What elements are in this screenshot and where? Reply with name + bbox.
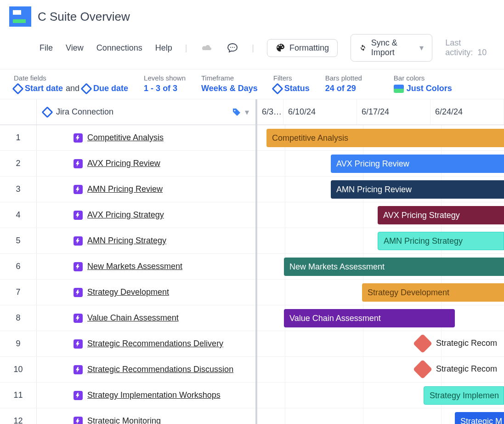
column-header[interactable]: Jira Connection ▾ (37, 107, 255, 117)
menu-view[interactable]: View (66, 43, 84, 53)
row-number: 4 (0, 202, 37, 228)
gantt-bar[interactable]: AVX Pricing Strategy (378, 206, 504, 224)
gantt-bar[interactable]: Strategy Development (362, 283, 504, 302)
table-row: 2AVX Pricing Review (0, 151, 255, 177)
sync-icon (359, 43, 367, 52)
jira-epic-icon (74, 339, 83, 349)
gantt-bar[interactable]: AVX Pricing Review (331, 155, 504, 173)
gantt-row: Competitive Analysis (257, 125, 504, 151)
row-number: 12 (0, 408, 37, 424)
row-number: 7 (0, 280, 37, 305)
gantt-row: Strategy Implemen (257, 383, 504, 408)
task-cell[interactable]: AVX Pricing Strategy (37, 210, 255, 220)
color-swatch-icon (394, 85, 404, 93)
diamond-icon (41, 106, 53, 118)
task-cell[interactable]: AVX Pricing Review (37, 159, 255, 168)
task-name[interactable]: New Markets Assessment (87, 262, 182, 271)
task-cell[interactable]: Strategy Implementation Workshops (37, 390, 255, 400)
task-cell[interactable]: Strategic Recommendations Delivery (37, 339, 255, 349)
task-name[interactable]: Competitive Analysis (87, 133, 164, 143)
row-number: 6 (0, 254, 37, 279)
svg-point-0 (230, 47, 231, 48)
jira-epic-icon (74, 391, 83, 400)
task-cell[interactable]: Competitive Analysis (37, 133, 255, 143)
task-cell[interactable]: New Markets Assessment (37, 262, 255, 271)
jira-epic-icon (74, 417, 83, 424)
tag-icon[interactable] (232, 108, 241, 117)
task-cell[interactable]: Strategy Development (37, 287, 255, 297)
gantt-row: New Markets Assessment (257, 254, 504, 280)
page-title: C Suite Overview (38, 10, 130, 24)
task-name[interactable]: Value Chain Assessment (87, 313, 179, 323)
divider: | (185, 43, 187, 53)
task-name[interactable]: Strategic Recommendations Delivery (87, 339, 223, 349)
task-name[interactable]: Strategy Implementation Workshops (87, 390, 221, 400)
chevron-down-icon[interactable]: ▾ (245, 107, 249, 117)
formatting-button[interactable]: Formatting (267, 39, 338, 57)
row-number: 3 (0, 177, 37, 202)
task-name[interactable]: Strategic Recommendations Discussion (87, 365, 233, 374)
gantt-row: Value Chain Assessment (257, 305, 504, 331)
task-name[interactable]: Strategic Monitoring (87, 416, 161, 424)
config-timeframe[interactable]: Timeframe Weeks & Days (201, 74, 258, 93)
task-name[interactable]: AMN Pricing Strategy (87, 236, 166, 246)
gantt-row: Strategic Recom (257, 357, 504, 383)
config-levels[interactable]: Levels shown 1 - 3 of 3 (144, 74, 186, 93)
table-row: 10Strategic Recommendations Discussion (0, 357, 255, 383)
task-cell[interactable]: Value Chain Assessment (37, 313, 255, 323)
menu-help[interactable]: Help (155, 43, 172, 53)
milestone-diamond[interactable] (413, 360, 432, 379)
gantt-bar[interactable]: Value Chain Assessment (284, 309, 455, 327)
task-cell[interactable]: Strategic Monitoring (37, 416, 255, 424)
task-cell[interactable]: Strategic Recommendations Discussion (37, 365, 255, 374)
menu-file[interactable]: File (40, 43, 53, 53)
gantt-bar[interactable]: AMN Pricing Review (331, 180, 504, 199)
cloud-icon[interactable] (200, 41, 213, 54)
jira-epic-icon (74, 365, 83, 374)
gantt-bar[interactable]: Strategic M (455, 412, 504, 424)
chat-icon[interactable] (226, 41, 239, 54)
milestone-label: Strategic Recom (436, 338, 497, 348)
config-bar-colors[interactable]: Bar colors Just Colors (394, 74, 452, 93)
jira-epic-icon (74, 262, 83, 271)
jira-epic-icon (74, 314, 83, 323)
jira-epic-icon (74, 133, 83, 143)
gantt-bar[interactable]: Competitive Analysis (266, 129, 504, 147)
gantt-row: AMN Pricing Review (257, 177, 504, 202)
config-date-fields[interactable]: Date fields Start date and Due date (14, 74, 128, 93)
diamond-icon (272, 83, 283, 94)
divider: | (252, 43, 254, 53)
gantt-bar[interactable]: Strategy Implemen (424, 386, 504, 405)
gantt-bar[interactable]: AMN Pricing Strategy (378, 232, 504, 250)
timeline-date-truncated: 6/3… (257, 99, 283, 125)
gantt-row: Strategic M (257, 408, 504, 424)
diamond-icon (12, 83, 23, 94)
jira-epic-icon (74, 159, 83, 168)
timeline-date: 6/17/24 (357, 99, 430, 125)
row-number: 8 (0, 305, 37, 331)
config-bars[interactable]: Bars plotted 24 of 29 (325, 74, 362, 93)
task-name[interactable]: AMN Pricing Review (87, 184, 163, 194)
gantt-row: AMN Pricing Strategy (257, 228, 504, 254)
gantt-row: AVX Pricing Strategy (257, 202, 504, 228)
table-row: 4AVX Pricing Strategy (0, 202, 255, 228)
gantt-row: AVX Pricing Review (257, 151, 504, 177)
task-name[interactable]: AVX Pricing Review (87, 159, 160, 168)
config-filters[interactable]: Filters Status (273, 74, 310, 93)
row-number: 2 (0, 151, 37, 176)
menu-connections[interactable]: Connections (96, 43, 142, 53)
task-cell[interactable]: AMN Pricing Strategy (37, 236, 255, 246)
task-cell[interactable]: AMN Pricing Review (37, 184, 255, 194)
table-row: 9Strategic Recommendations Delivery (0, 331, 255, 357)
rownum-header (0, 99, 37, 125)
sync-import-button[interactable]: Sync & Import ▾ (351, 34, 432, 62)
gantt-row: Strategy Development (257, 280, 504, 305)
gantt-bar[interactable]: New Markets Assessment (284, 258, 504, 276)
gantt-row: Strategic Recom (257, 331, 504, 357)
row-number: 9 (0, 331, 37, 356)
milestone-diamond[interactable] (413, 334, 432, 353)
task-name[interactable]: AVX Pricing Strategy (87, 210, 164, 220)
timeline-date: 6/24/24 (430, 99, 504, 125)
palette-icon (276, 43, 285, 52)
task-name[interactable]: Strategy Development (87, 287, 169, 297)
